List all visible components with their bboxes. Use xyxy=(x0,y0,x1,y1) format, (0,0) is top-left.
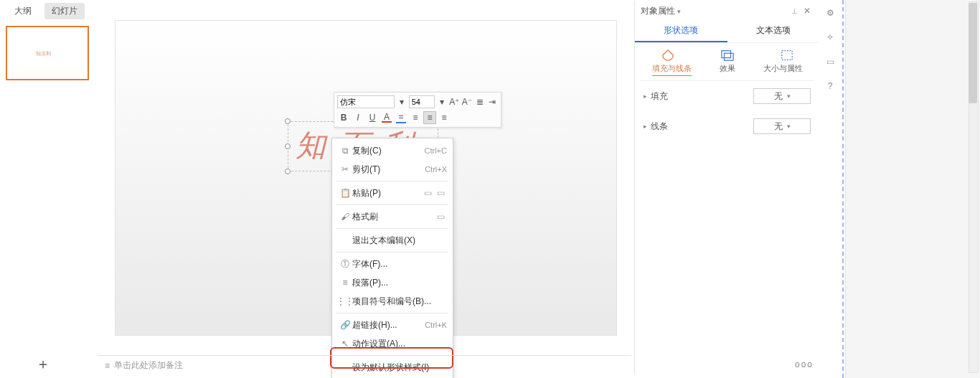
add-slide-button[interactable]: ＋ xyxy=(36,354,50,374)
tab-slides[interactable]: 幻灯片 xyxy=(44,3,85,19)
notes-bar[interactable]: ≡ 单击此处添加备注 xyxy=(98,355,631,375)
vertical-divider xyxy=(842,0,844,378)
menu-cut[interactable]: ✂ 剪切(T) Ctrl+X xyxy=(332,160,453,179)
font-name-input[interactable] xyxy=(337,95,395,108)
more-options-button[interactable]: ooo xyxy=(795,359,814,369)
icon-tab-effect[interactable] xyxy=(706,49,749,62)
line-section-row[interactable]: ▸ 线条 无 xyxy=(635,111,819,141)
close-panel-button[interactable]: ✕ xyxy=(801,6,814,16)
fill-section-row[interactable]: ▸ 填充 无 xyxy=(635,81,819,111)
icon-tab-effect-label: 效果 xyxy=(720,63,735,76)
fill-label: 填充 xyxy=(651,90,753,103)
menu-hyperlink[interactable]: 🔗 超链接(H)... Ctrl+K xyxy=(332,316,453,334)
paste-icon: 📋 xyxy=(338,188,352,198)
bold-button[interactable]: B xyxy=(337,111,350,124)
menu-copy-label: 复制(C) xyxy=(352,145,425,157)
menu-bullets-label: 项目符号和编号(B)... xyxy=(352,296,447,308)
help-icon[interactable]: ? xyxy=(823,79,837,93)
menu-separator xyxy=(336,252,448,252)
menu-action-label: 动作设置(A)... xyxy=(352,338,447,350)
svg-rect-1 xyxy=(724,53,733,60)
align-center-button[interactable]: ≡ xyxy=(423,111,436,124)
resize-handle-bl[interactable] xyxy=(285,169,291,174)
icon-tab-size-properties[interactable] xyxy=(765,49,809,62)
line-label: 线条 xyxy=(651,121,753,133)
font-color-button[interactable]: A xyxy=(380,111,393,124)
external-pane xyxy=(845,0,980,378)
menu-separator xyxy=(336,313,448,313)
expand-arrow-icon: ▸ xyxy=(644,123,651,130)
underline-button[interactable]: U xyxy=(366,111,379,124)
menu-bullets[interactable]: ⋮⋮ 项目符号和编号(B)... xyxy=(332,292,453,311)
align-right-button[interactable]: ≡ xyxy=(438,111,451,124)
menu-action-settings[interactable]: ↖ 动作设置(A)... xyxy=(332,334,453,353)
settings-slider-icon[interactable]: ⚙ xyxy=(823,6,837,20)
decrease-font-button[interactable]: A⁻ xyxy=(461,95,473,108)
menu-exit-text-edit-label: 退出文本编辑(X) xyxy=(352,235,447,247)
properties-panel: 对象属性 ⟂ ✕ 形状选项 文本选项 填充与线条 效果 大小与属性 ▸ 填充 无… xyxy=(634,1,819,374)
font-icon: Ⓣ xyxy=(338,258,352,270)
scrollbar-thumb[interactable] xyxy=(969,3,977,103)
cut-icon: ✂ xyxy=(338,164,352,174)
copy-icon: ⧉ xyxy=(338,146,352,156)
menu-separator xyxy=(336,181,448,181)
icon-tab-fill-line[interactable] xyxy=(646,49,689,62)
increase-font-button[interactable]: A⁺ xyxy=(448,95,460,108)
menu-cut-shortcut: Ctrl+X xyxy=(425,165,447,174)
context-menu: ⧉ 复制(C) Ctrl+C ✂ 剪切(T) Ctrl+X 📋 粘贴(P) ▭ … xyxy=(331,138,453,378)
tab-outline[interactable]: 大纲 xyxy=(7,3,39,19)
menu-separator xyxy=(336,228,448,229)
menu-copy-shortcut: Ctrl+C xyxy=(425,146,447,155)
format-painter-extra-icon[interactable]: ▭ xyxy=(434,212,447,222)
menu-paragraph[interactable]: ≡ 段落(P)... xyxy=(332,273,453,292)
line-select[interactable]: 无 xyxy=(753,118,811,134)
fill-line-icon xyxy=(660,49,676,62)
menu-paste[interactable]: 📋 粘贴(P) ▭ ▭ xyxy=(332,184,453,202)
pin-panel-button[interactable]: ⟂ xyxy=(788,6,801,16)
indent-button[interactable]: ⇥ xyxy=(486,95,498,108)
effect-icon xyxy=(720,49,735,62)
right-tool-strip: ⚙ ✧ ▭ ? xyxy=(821,6,839,93)
italic-button[interactable]: I xyxy=(352,111,364,124)
font-name-dropdown[interactable]: ▾ xyxy=(396,95,407,108)
icon-tab-fill-line-label: 填充与线条 xyxy=(652,63,692,76)
expand-arrow-icon: ▸ xyxy=(644,93,651,100)
slide-thumbnail-1[interactable]: 知页利 xyxy=(6,26,89,80)
menu-copy[interactable]: ⧉ 复制(C) Ctrl+C xyxy=(332,141,453,160)
paragraph-icon: ≡ xyxy=(338,278,352,288)
menu-format-painter-label: 格式刷 xyxy=(352,211,434,223)
scrollbar-track[interactable] xyxy=(969,1,979,373)
menu-format-painter[interactable]: 🖌 格式刷 ▭ xyxy=(332,207,453,226)
resize-handle-tl[interactable] xyxy=(285,118,291,124)
tab-shape-options[interactable]: 形状选项 xyxy=(635,20,727,42)
svg-rect-2 xyxy=(781,51,791,60)
paste-option-icon-1[interactable]: ▭ xyxy=(421,188,434,198)
menu-hyperlink-shortcut: Ctrl+K xyxy=(425,321,447,329)
thumbnail-panel: 知页利 xyxy=(0,20,98,350)
notes-placeholder: 单击此处添加备注 xyxy=(114,359,183,372)
menu-font[interactable]: Ⓣ 字体(F)... xyxy=(332,255,453,273)
menu-exit-text-edit[interactable]: 退出文本编辑(X) xyxy=(332,231,453,250)
menu-separator xyxy=(336,204,448,205)
fill-select[interactable]: 无 xyxy=(753,88,811,104)
screen-icon[interactable]: ▭ xyxy=(823,55,837,69)
icon-tab-size-label: 大小与属性 xyxy=(763,63,803,76)
align-left-button[interactable]: ≡ xyxy=(409,111,422,124)
floating-format-toolbar: ▾ ▾ A⁺ A⁻ ≣ ⇥ B I U A = ≡ ≡ ≡ xyxy=(334,92,501,128)
properties-title[interactable]: 对象属性 xyxy=(641,5,681,17)
menu-font-label: 字体(F)... xyxy=(352,258,447,270)
thumbnail-text: 知页利 xyxy=(36,50,51,57)
menu-cut-label: 剪切(T) xyxy=(352,164,425,176)
notes-icon: ≡ xyxy=(105,361,110,371)
highlight-button[interactable]: = xyxy=(395,111,407,124)
menu-paste-label: 粘贴(P) xyxy=(352,187,421,199)
size-icon xyxy=(779,49,795,62)
resize-handle-l[interactable] xyxy=(285,143,291,149)
font-size-dropdown[interactable]: ▾ xyxy=(436,95,448,108)
line-spacing-button[interactable]: ≣ xyxy=(474,95,486,108)
magic-icon[interactable]: ✧ xyxy=(823,30,837,44)
tab-text-options[interactable]: 文本选项 xyxy=(727,20,820,42)
svg-rect-0 xyxy=(721,51,730,58)
paste-option-icon-2[interactable]: ▭ xyxy=(434,188,447,198)
font-size-input[interactable] xyxy=(409,95,435,108)
